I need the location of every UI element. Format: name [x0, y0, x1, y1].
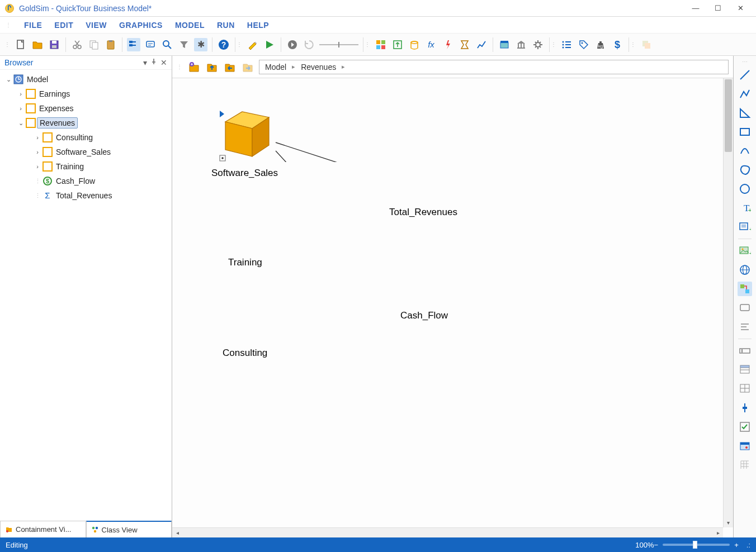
- gear-button[interactable]: [531, 38, 545, 51]
- menu-file[interactable]: FILE: [24, 21, 42, 30]
- minimize-button[interactable]: —: [684, 4, 707, 12]
- image-tool-button[interactable]: +: [738, 244, 752, 258]
- grid-tool-button[interactable]: [738, 458, 752, 472]
- calendar-tool-button[interactable]: [738, 439, 752, 453]
- container-button[interactable]: [408, 38, 421, 51]
- input-tool-button[interactable]: [738, 344, 752, 358]
- new-file-button[interactable]: [14, 38, 27, 51]
- text-frame-tool-button[interactable]: +: [738, 220, 752, 234]
- ellipse-tool-button[interactable]: [738, 182, 752, 196]
- tree-node-expenses[interactable]: › Expenses: [1, 101, 171, 116]
- menu-edit[interactable]: EDIT: [54, 21, 73, 30]
- function-button[interactable]: fx: [424, 38, 438, 51]
- line-tool-button[interactable]: [738, 68, 752, 82]
- text-tool-button[interactable]: T+: [738, 201, 752, 215]
- tree-node-software-sales[interactable]: › Software_Sales: [1, 145, 171, 159]
- panel-pin-icon[interactable]: [150, 58, 157, 67]
- institution-button[interactable]: [514, 38, 528, 51]
- help-button[interactable]: ?: [217, 38, 230, 51]
- horizontal-scrollbar[interactable]: ◂ ▸: [172, 527, 723, 537]
- tree-node-earnings[interactable]: › Earnings: [1, 87, 171, 101]
- nav-parent-button[interactable]: [205, 60, 219, 74]
- panel-close-icon[interactable]: ✕: [160, 58, 167, 67]
- expand-icon[interactable]: ›: [17, 105, 25, 112]
- maximize-button[interactable]: ☐: [707, 4, 729, 12]
- diagram-canvas[interactable]: Σ $: [172, 78, 340, 162]
- nav-up-button[interactable]: [187, 60, 201, 74]
- menu-model[interactable]: MODEL: [175, 21, 205, 30]
- panel-tool-button[interactable]: [738, 301, 752, 315]
- checkbox-tool-button[interactable]: [738, 420, 752, 434]
- curve-tool-button[interactable]: [738, 144, 752, 158]
- currency-button[interactable]: $: [611, 38, 624, 51]
- tree-node-cash-flow[interactable]: ⋮ $ Cash_Flow: [1, 174, 171, 188]
- tab-containment-view[interactable]: Containment Vi...: [0, 521, 86, 537]
- zoom-in-button[interactable]: +: [734, 541, 739, 549]
- search-button[interactable]: [160, 38, 174, 51]
- cut-button[interactable]: [70, 38, 84, 51]
- open-file-button[interactable]: [31, 38, 44, 51]
- result-chart-button[interactable]: [475, 38, 488, 51]
- scroll-right-icon[interactable]: ▸: [713, 528, 723, 537]
- polyline-tool-button[interactable]: [738, 87, 752, 101]
- scroll-thumb[interactable]: [725, 79, 732, 152]
- zoom-out-button[interactable]: −: [654, 541, 659, 549]
- copy-button[interactable]: [87, 38, 101, 51]
- nav-back-button[interactable]: [223, 60, 237, 74]
- time-slider[interactable]: [319, 44, 358, 45]
- breadcrumb-item-revenues[interactable]: Revenues: [301, 63, 336, 72]
- refresh-button[interactable]: [303, 38, 316, 51]
- scroll-left-icon[interactable]: ◂: [172, 528, 182, 537]
- tree-node-total-revenues[interactable]: ⋮ Σ Total_Revenues: [1, 188, 171, 203]
- tag-button[interactable]: [577, 38, 590, 51]
- rect-tool-button[interactable]: [738, 125, 752, 139]
- delay-button[interactable]: [458, 38, 471, 51]
- nav-forward-button[interactable]: [241, 60, 254, 74]
- tree-node-model[interactable]: ⌄ Model: [1, 72, 171, 87]
- layers-button[interactable]: [640, 38, 653, 51]
- run-button[interactable]: [263, 38, 276, 51]
- collapse-icon[interactable]: ⌄: [17, 120, 25, 127]
- node-software-sales[interactable]: [225, 112, 269, 156]
- tree-node-consulting[interactable]: › Consulting: [1, 130, 171, 145]
- tree-node-training[interactable]: › Training: [1, 159, 171, 174]
- blob-tool-button[interactable]: [738, 163, 752, 177]
- zoom-slider-thumb[interactable]: [693, 541, 697, 549]
- tab-class-view[interactable]: Class View: [86, 521, 172, 537]
- close-button[interactable]: ✕: [729, 4, 752, 12]
- model-tree[interactable]: ⌄ Model › Earnings › Expenses ⌄ Revenues…: [0, 70, 172, 521]
- panel-dropdown-icon[interactable]: ▾: [143, 58, 147, 67]
- dashboard-button[interactable]: [374, 38, 388, 51]
- tree-node-revenues[interactable]: ⌄ Revenues: [1, 116, 171, 130]
- triangle-tool-button[interactable]: [738, 106, 752, 120]
- weight-button[interactable]: kg: [594, 38, 607, 51]
- menu-run[interactable]: RUN: [217, 21, 235, 30]
- table-tool-button[interactable]: [738, 363, 752, 377]
- resize-grip-icon[interactable]: .:: [746, 541, 750, 549]
- menu-view[interactable]: VIEW: [86, 21, 107, 30]
- stock-button[interactable]: [498, 38, 511, 51]
- zoom-slider-track[interactable]: [663, 544, 730, 546]
- breadcrumb-item-model[interactable]: Model: [265, 63, 286, 72]
- edit-mode-button[interactable]: [246, 38, 259, 51]
- vertical-scrollbar[interactable]: ▴ ▾: [723, 78, 733, 527]
- browser-toggle-button[interactable]: [127, 38, 140, 51]
- event-button[interactable]: [441, 38, 455, 51]
- expand-icon[interactable]: ›: [17, 91, 25, 97]
- expand-icon[interactable]: ›: [34, 149, 41, 155]
- scroll-down-icon[interactable]: ▾: [724, 517, 733, 527]
- vslider-tool-button[interactable]: [738, 401, 752, 415]
- expand-icon[interactable]: ›: [34, 134, 41, 141]
- collapse-icon[interactable]: ⌄: [4, 76, 12, 83]
- step-forward-button[interactable]: [286, 38, 299, 51]
- breadcrumb[interactable]: Model ▸ Revenues ▸: [259, 60, 729, 74]
- settings-button[interactable]: ✱: [194, 38, 207, 51]
- list-button[interactable]: [560, 38, 574, 51]
- snap-tool-button[interactable]: [738, 282, 752, 296]
- zoom-control[interactable]: − +: [654, 541, 739, 549]
- hyperlink-tool-button[interactable]: [738, 263, 752, 277]
- menu-graphics[interactable]: GRAPHICS: [119, 21, 163, 30]
- export-button[interactable]: [391, 38, 404, 51]
- align-tool-button[interactable]: [738, 320, 752, 334]
- grid-panel-tool-button[interactable]: [738, 382, 752, 396]
